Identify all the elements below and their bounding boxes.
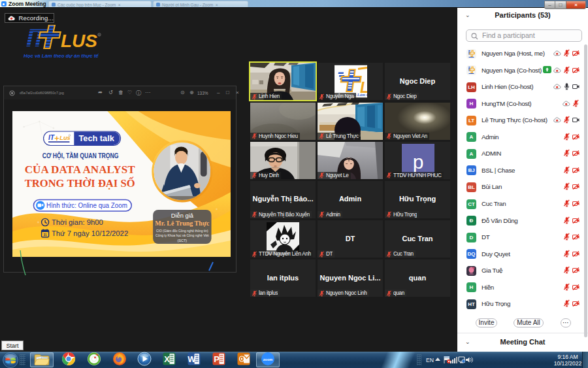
svg-text:X: X: [164, 354, 170, 364]
svg-text:TRONG THỜI ĐẠI SỐ: TRONG THỜI ĐẠI SỐ: [25, 176, 135, 190]
svg-text:Thứ 7 ngày 10/12/2022: Thứ 7 ngày 10/12/2022: [52, 229, 128, 237]
svg-text:CỦA DATA ANALYST: CỦA DATA ANALYST: [25, 163, 135, 176]
svg-text:CƠ HỘI, TẦM QUAN TRỌNG: CƠ HỘI, TẦM QUAN TRỌNG: [42, 152, 119, 160]
svg-text:p: p: [413, 151, 424, 173]
svg-text:Diễn giả: Diễn giả: [171, 212, 194, 219]
svg-text:Hình thức: Online qua Zoom: Hình thức: Online qua Zoom: [46, 201, 127, 209]
svg-text:W: W: [188, 354, 196, 364]
svg-text:Công ty Khoa học và Công nghệ: Công ty Khoa học và Công nghệ Việt: [155, 233, 209, 237]
svg-text:Mr. Lê Trung Thực: Mr. Lê Trung Thực: [155, 220, 210, 227]
svg-text:CIO (Giám đốc Công nghệ thông: CIO (Giám đốc Công nghệ thông tin): [156, 229, 208, 233]
svg-text:31: 31: [44, 233, 47, 237]
svg-text:Tech talk: Tech talk: [79, 133, 115, 143]
svg-text:LUS: LUS: [61, 31, 97, 51]
svg-text:Học và Làm theo dự án thực tế: Học và Làm theo dự án thực tế: [24, 53, 99, 59]
svg-text:(SCT): (SCT): [178, 239, 188, 243]
svg-text:Thời gian: 9h00: Thời gian: 9h00: [52, 218, 103, 226]
svg-text:zoom: zoom: [263, 357, 272, 361]
svg-text:P: P: [214, 354, 220, 364]
